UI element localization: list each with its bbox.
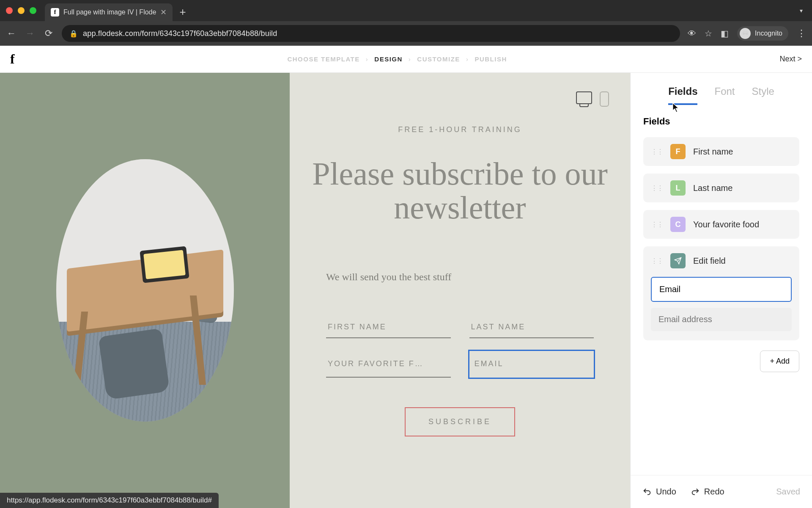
canvas: FREE 1-HOUR TRAINING Please subscribe to… (0, 73, 630, 508)
reload-button[interactable]: ⟳ (43, 28, 54, 39)
field-row-favorite-food[interactable]: ⋮⋮ C Your favorite food (643, 210, 799, 239)
favicon-icon: f (51, 8, 59, 17)
toolbar-right: 👁 ☆ ◧ 🕶 Incognito ⋮ (688, 26, 806, 41)
device-toggle (576, 91, 609, 107)
tab-style[interactable]: Style (752, 86, 774, 105)
next-button[interactable]: Next > (779, 55, 802, 64)
sidebar: Fields Font Style Fields ⋮⋮ F First name… (630, 73, 812, 508)
tab-fields[interactable]: Fields (668, 86, 697, 105)
chevron-right-icon: › (366, 55, 369, 63)
app-header: f CHOOSE TEMPLATE › DESIGN › CUSTOMIZE ›… (0, 46, 812, 73)
field-badge: L (670, 180, 686, 196)
headline-text[interactable]: Please subscribe to our newsletter (311, 157, 609, 225)
url-field[interactable]: 🔒 app.flodesk.com/form/6343c197f60a3ebbf… (62, 25, 680, 42)
hero-image (56, 159, 234, 422)
field-label: Your favorite food (693, 220, 759, 229)
tab-close-icon[interactable]: ✕ (160, 8, 167, 17)
field-badge: C (670, 217, 686, 232)
brand-logo[interactable]: f (10, 51, 15, 67)
step-customize[interactable]: CUSTOMIZE (417, 55, 460, 63)
eye-off-icon[interactable]: 👁 (688, 29, 696, 39)
step-publish[interactable]: PUBLISH (475, 55, 507, 63)
edit-field-block: ⋮⋮ Edit field (643, 246, 799, 340)
favorite-food-input[interactable] (326, 351, 451, 378)
window-minimize-button[interactable] (18, 7, 25, 14)
panel-title: Fields (643, 116, 799, 127)
field-label: Last name (693, 183, 732, 193)
window-close-button[interactable] (6, 7, 13, 14)
email-input[interactable] (469, 351, 594, 378)
fields-panel: Fields ⋮⋮ F First name ⋮⋮ L Last name ⋮⋮… (631, 105, 812, 475)
add-field-button[interactable]: + Add (760, 351, 799, 372)
url-text: app.flodesk.com/form/6343c197f60a3ebbf70… (83, 29, 277, 38)
field-badge-email (670, 253, 686, 268)
canvas-image-pane (0, 73, 290, 508)
field-row-last-name[interactable]: ⋮⋮ L Last name (643, 174, 799, 202)
tab-title: Full page with image IV | Flode (63, 8, 156, 16)
eyebrow-text[interactable]: FREE 1-HOUR TRAINING (311, 125, 609, 134)
field-row-first-name[interactable]: ⋮⋮ F First name (643, 137, 799, 166)
edit-field-title: Edit field (693, 256, 726, 266)
chevron-right-icon: › (409, 55, 411, 63)
last-name-input[interactable] (469, 317, 594, 338)
field-label: First name (693, 147, 733, 157)
bookmark-star-icon[interactable]: ☆ (705, 28, 712, 39)
step-choose-template[interactable]: CHOOSE TEMPLATE (287, 55, 359, 63)
step-design[interactable]: DESIGN (374, 55, 403, 63)
field-badge: F (670, 144, 686, 159)
subscribe-button[interactable]: SUBSCRIBE (405, 407, 515, 436)
tab-bar: f Full page with image IV | Flode ✕ + ▾ (0, 0, 812, 21)
drag-handle-icon[interactable]: ⋮⋮ (651, 221, 663, 229)
stepper: CHOOSE TEMPLATE › DESIGN › CUSTOMIZE › P… (15, 55, 780, 63)
paper-plane-icon (674, 257, 682, 265)
incognito-icon: 🕶 (740, 28, 751, 39)
drag-handle-icon[interactable]: ⋮⋮ (651, 148, 663, 156)
address-bar: ← → ⟳ 🔒 app.flodesk.com/form/6343c197f60… (0, 21, 812, 46)
drag-handle-icon[interactable]: ⋮⋮ (651, 257, 663, 265)
chevron-right-icon: › (466, 55, 469, 63)
first-name-input[interactable] (326, 317, 451, 338)
new-tab-button[interactable]: + (179, 6, 186, 19)
tab-font[interactable]: Font (714, 86, 735, 105)
back-button[interactable]: ← (6, 28, 17, 39)
forward-button[interactable]: → (25, 28, 36, 39)
main-area: FREE 1-HOUR TRAINING Please subscribe to… (0, 73, 812, 508)
sidebar-footer: Undo Redo Saved (631, 475, 812, 508)
edit-field-placeholder-input[interactable] (651, 308, 792, 331)
browser-tab[interactable]: f Full page with image IV | Flode ✕ (45, 3, 173, 21)
edit-field-name-input[interactable] (651, 277, 792, 302)
tabs-overflow-icon[interactable]: ▾ (800, 7, 803, 14)
panel-icon[interactable]: ◧ (721, 28, 729, 39)
incognito-label: Incognito (755, 30, 782, 37)
undo-button[interactable]: Undo (642, 487, 676, 497)
undo-icon (642, 487, 652, 497)
sidebar-tabs: Fields Font Style (631, 73, 812, 105)
drag-handle-icon[interactable]: ⋮⋮ (651, 184, 663, 192)
window-controls (6, 7, 36, 14)
window-zoom-button[interactable] (30, 7, 36, 14)
browser-chrome: f Full page with image IV | Flode ✕ + ▾ … (0, 0, 812, 46)
status-bar-url: https://app.flodesk.com/form/6343c197f60… (0, 493, 219, 508)
form-fields (326, 317, 594, 378)
incognito-indicator[interactable]: 🕶 Incognito (737, 26, 788, 41)
canvas-form-pane: FREE 1-HOUR TRAINING Please subscribe to… (290, 73, 630, 508)
lock-icon: 🔒 (69, 30, 78, 38)
mobile-view-button[interactable] (600, 91, 609, 107)
desktop-view-button[interactable] (576, 91, 592, 104)
browser-menu-icon[interactable]: ⋮ (797, 28, 806, 39)
saved-status: Saved (776, 487, 800, 497)
redo-icon (691, 487, 700, 497)
redo-button[interactable]: Redo (691, 487, 724, 497)
subhead-text[interactable]: We will send you the best stuff (326, 271, 609, 283)
